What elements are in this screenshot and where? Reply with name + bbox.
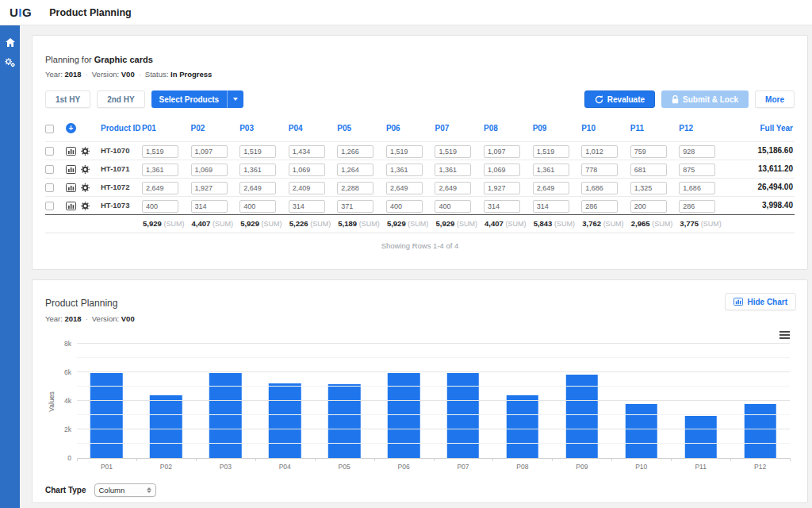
- value-input-HT-1070-P08[interactable]: [484, 145, 520, 158]
- value-input-HT-1070-P04[interactable]: [289, 145, 325, 158]
- hide-chart-button[interactable]: Hide Chart: [725, 293, 796, 310]
- gear-icon[interactable]: [81, 165, 90, 174]
- value-input-HT-1072-P11[interactable]: [630, 182, 667, 194]
- column-header-p01[interactable]: P01: [142, 116, 191, 141]
- value-input-HT-1070-P05[interactable]: [337, 145, 373, 158]
- value-input-HT-1071-P07[interactable]: [435, 164, 471, 176]
- bar-p04[interactable]: [269, 383, 301, 458]
- value-input-HT-1071-P08[interactable]: [484, 164, 520, 176]
- value-input-HT-1072-P03[interactable]: [239, 182, 276, 194]
- column-header-p05[interactable]: P05: [337, 116, 386, 141]
- submit-lock-button[interactable]: Submit & Lock: [661, 90, 749, 108]
- select-all-checkbox[interactable]: [45, 125, 54, 133]
- value-input-HT-1073-P06[interactable]: [386, 200, 423, 213]
- value-input-HT-1072-P06[interactable]: [386, 182, 423, 194]
- value-input-HT-1070-P07[interactable]: [435, 145, 471, 158]
- x-axis-tick: [730, 458, 731, 461]
- value-input-HT-1072-P05[interactable]: [337, 182, 373, 194]
- value-input-HT-1073-P11[interactable]: [630, 200, 667, 213]
- home-icon[interactable]: [6, 38, 15, 47]
- value-input-HT-1073-P04[interactable]: [289, 200, 325, 213]
- add-circle-icon[interactable]: [66, 123, 76, 133]
- value-input-HT-1073-P09[interactable]: [533, 200, 569, 213]
- value-input-HT-1070-P03[interactable]: [239, 145, 276, 158]
- value-input-HT-1070-P11[interactable]: [630, 145, 667, 158]
- y-axis-tick: 8k: [64, 340, 71, 348]
- value-input-HT-1072-P07[interactable]: [435, 182, 471, 194]
- bar-p10[interactable]: [626, 404, 657, 458]
- value-input-HT-1070-P01[interactable]: [142, 145, 178, 158]
- chart-icon[interactable]: [66, 165, 76, 174]
- column-header-p12[interactable]: P12: [679, 116, 728, 141]
- value-input-HT-1071-P10[interactable]: [581, 164, 618, 176]
- value-input-HT-1071-P12[interactable]: [679, 164, 715, 176]
- value-input-HT-1071-P03[interactable]: [239, 164, 276, 176]
- chart-icon[interactable]: [66, 147, 76, 156]
- bar-p11[interactable]: [684, 416, 716, 458]
- value-input-HT-1073-P10[interactable]: [581, 200, 618, 213]
- column-header-p07[interactable]: P07: [435, 116, 484, 141]
- value-input-HT-1073-P02[interactable]: [191, 200, 228, 213]
- revaluate-button[interactable]: Revaluate: [584, 90, 655, 108]
- value-input-HT-1073-P12[interactable]: [679, 200, 715, 213]
- value-input-HT-1071-P02[interactable]: [191, 164, 228, 176]
- bar-p12[interactable]: [744, 404, 776, 458]
- chart-icon[interactable]: [66, 183, 76, 192]
- value-input-HT-1070-P10[interactable]: [581, 145, 618, 158]
- value-input-HT-1070-P09[interactable]: [533, 145, 569, 158]
- first-hy-button[interactable]: 1st HY: [45, 90, 90, 108]
- row-checkbox[interactable]: [45, 147, 54, 156]
- chart-menu-icon[interactable]: [779, 331, 790, 341]
- column-header-p02[interactable]: P02: [191, 116, 240, 141]
- column-header-p08[interactable]: P08: [484, 116, 533, 141]
- value-input-HT-1071-P01[interactable]: [142, 164, 178, 176]
- x-axis-label: P10: [611, 463, 671, 471]
- value-input-HT-1073-P05[interactable]: [337, 200, 373, 213]
- row-checkbox[interactable]: [45, 202, 54, 210]
- bar-p05[interactable]: [328, 384, 360, 458]
- select-products-caret[interactable]: [227, 90, 243, 108]
- value-input-HT-1072-P04[interactable]: [289, 182, 325, 194]
- column-header-p04[interactable]: P04: [289, 116, 338, 141]
- planning-meta: Year: 2018·Version: V00·Status: In Progr…: [45, 70, 795, 79]
- value-input-HT-1073-P01[interactable]: [142, 200, 178, 213]
- chart-type-select[interactable]: Column: [94, 483, 156, 497]
- cogs-icon[interactable]: [5, 58, 15, 67]
- bar-p08[interactable]: [507, 395, 538, 458]
- value-input-HT-1071-P06[interactable]: [386, 164, 423, 176]
- column-header-p11[interactable]: P11: [630, 116, 680, 141]
- bar-p09[interactable]: [566, 375, 598, 458]
- value-input-HT-1071-P05[interactable]: [337, 164, 373, 176]
- value-input-HT-1070-P12[interactable]: [679, 145, 715, 158]
- value-input-HT-1072-P09[interactable]: [533, 182, 569, 194]
- value-input-HT-1073-P08[interactable]: [484, 200, 520, 213]
- gear-icon[interactable]: [81, 183, 90, 192]
- column-header-p03[interactable]: P03: [239, 116, 289, 141]
- value-input-HT-1070-P06[interactable]: [386, 145, 423, 158]
- value-input-HT-1071-P04[interactable]: [289, 164, 325, 176]
- value-input-HT-1072-P08[interactable]: [484, 182, 520, 194]
- column-header-product-id[interactable]: Product ID: [101, 116, 142, 141]
- bar-p02[interactable]: [150, 395, 182, 458]
- column-header-p09[interactable]: P09: [533, 116, 582, 141]
- select-products-button[interactable]: Select Products: [151, 90, 244, 108]
- gear-icon[interactable]: [81, 147, 90, 156]
- value-input-HT-1071-P11[interactable]: [630, 164, 667, 176]
- column-header-p06[interactable]: P06: [386, 116, 435, 141]
- value-input-HT-1072-P10[interactable]: [581, 182, 618, 194]
- value-input-HT-1070-P02[interactable]: [191, 145, 228, 158]
- value-input-HT-1072-P12[interactable]: [679, 182, 715, 194]
- value-input-HT-1073-P07[interactable]: [435, 200, 471, 213]
- value-input-HT-1072-P01[interactable]: [142, 182, 178, 194]
- gear-icon[interactable]: [81, 202, 90, 210]
- column-header-p10[interactable]: P10: [581, 116, 630, 141]
- value-input-HT-1071-P09[interactable]: [533, 164, 569, 176]
- chart-icon[interactable]: [66, 202, 76, 210]
- value-input-HT-1072-P02[interactable]: [191, 182, 228, 194]
- value-input-HT-1073-P03[interactable]: [239, 200, 276, 213]
- more-button[interactable]: More: [755, 90, 795, 108]
- row-checkbox[interactable]: [45, 165, 54, 174]
- row-checkbox[interactable]: [45, 183, 54, 192]
- column-header-full-year[interactable]: Full Year: [728, 116, 795, 141]
- second-hy-button[interactable]: 2nd HY: [97, 90, 144, 108]
